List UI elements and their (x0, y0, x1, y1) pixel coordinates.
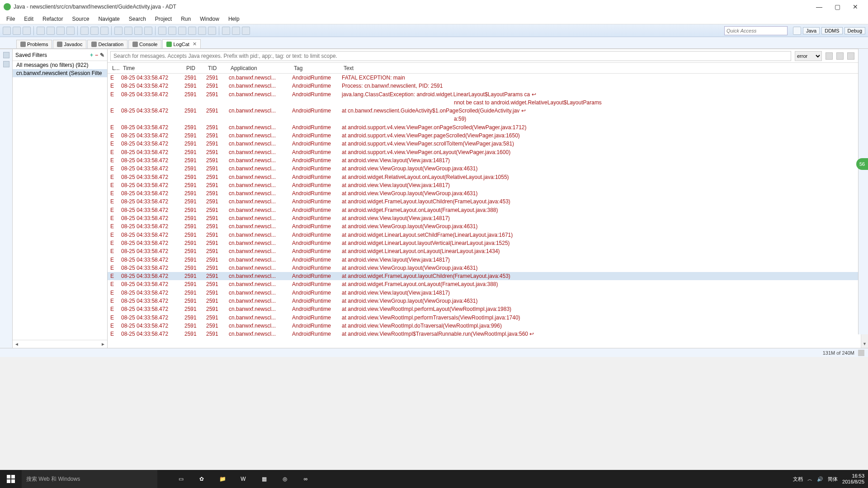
col-level[interactable]: L... (110, 65, 121, 71)
log-row[interactable]: E08-25 04:33:58.47225912591cn.banwxf.new… (108, 164, 868, 173)
taskbar-app-icon[interactable]: ▦ (254, 470, 274, 488)
tab-logcat[interactable]: LogCat✕ (162, 39, 200, 48)
log-row[interactable]: nnot be cast to android.widget.RelativeL… (108, 99, 868, 107)
open-perspective-button[interactable] (793, 27, 801, 35)
toolbar-button[interactable] (114, 27, 123, 35)
close-button[interactable]: ✕ (846, 3, 864, 10)
tab-problems[interactable]: Problems (16, 40, 52, 48)
log-row[interactable]: E08-25 04:33:58.47225912591cn.banwxf.new… (108, 305, 868, 313)
col-pid[interactable]: PID (184, 65, 206, 71)
filter-item[interactable]: cn.banwxf.newsclient (Session Filte (13, 69, 107, 77)
toolbar-button[interactable] (124, 27, 132, 35)
taskbar-app-icon[interactable]: ∞ (296, 470, 316, 488)
eclipse-icon[interactable]: ◎ (275, 470, 295, 488)
toolbar-button[interactable] (37, 27, 45, 35)
minimize-button[interactable]: — (810, 3, 828, 10)
gutter-button[interactable] (3, 61, 9, 67)
log-row[interactable]: E08-25 04:33:58.47225912591cn.banwxf.new… (108, 214, 868, 222)
perspective-ddms[interactable]: DDMS (821, 27, 842, 34)
saved-filters-scrollbar[interactable]: ◄► (13, 340, 107, 348)
toolbar-button[interactable] (100, 27, 108, 35)
start-button[interactable] (0, 470, 22, 488)
logcat-search-input[interactable] (110, 51, 791, 61)
toolbar-button[interactable] (222, 27, 230, 35)
log-row[interactable]: E08-25 04:33:58.47225912591cn.banwxf.new… (108, 90, 868, 99)
gutter-button[interactable] (3, 52, 9, 58)
taskbar-search[interactable]: 搜索 Web 和 Windows (22, 470, 157, 488)
perspective-java[interactable]: Java (803, 27, 820, 34)
log-row[interactable]: E08-25 04:33:58.47225912591cn.banwxf.new… (108, 82, 868, 90)
log-row[interactable]: E08-25 04:33:58.47225912591cn.banwxf.new… (108, 239, 868, 247)
log-row[interactable]: E08-25 04:33:58.47225912591cn.banwxf.new… (108, 189, 868, 197)
log-row[interactable]: E08-25 04:33:58.47225912591cn.banwxf.new… (108, 297, 868, 305)
tab-declaration[interactable]: Declaration (87, 40, 127, 48)
file-explorer-icon[interactable]: 📁 (212, 470, 232, 488)
menu-run[interactable]: Run (176, 16, 195, 22)
menu-source[interactable]: Source (67, 16, 94, 22)
menu-edit[interactable]: Edit (19, 16, 38, 22)
log-row[interactable]: E08-25 04:33:58.47225912591cn.banwxf.new… (108, 330, 868, 338)
log-row[interactable]: E08-25 04:33:58.47225912591cn.banwxf.new… (108, 123, 868, 131)
toolbar-button[interactable] (3, 27, 11, 35)
log-row[interactable]: E08-25 04:33:58.47225912591cn.banwxf.new… (108, 74, 868, 82)
tray-ime[interactable]: 简体 (828, 476, 838, 483)
log-row[interactable]: E08-25 04:33:58.47225912591cn.banwxf.new… (108, 322, 868, 330)
tab-console[interactable]: Console (128, 40, 161, 48)
log-row[interactable]: E08-25 04:33:58.47225912591cn.banwxf.new… (108, 289, 868, 297)
menu-refactor[interactable]: Refactor (38, 16, 67, 22)
log-row[interactable]: E08-25 04:33:58.47225912591cn.banwxf.new… (108, 107, 868, 115)
log-row[interactable]: E08-25 04:33:58.47225912591cn.banwxf.new… (108, 206, 868, 214)
log-row[interactable]: E08-25 04:33:58.47225912591cn.banwxf.new… (108, 181, 868, 189)
toolbar-button[interactable] (47, 27, 55, 35)
close-icon[interactable]: ✕ (193, 41, 197, 47)
tray-network-icon[interactable]: 🔊 (817, 476, 823, 482)
menu-navigate[interactable]: Navigate (94, 16, 124, 22)
menu-file[interactable]: File (2, 16, 19, 22)
log-row[interactable]: E08-25 04:33:58.47225912591cn.banwxf.new… (108, 272, 868, 280)
toolbar-button[interactable] (242, 27, 250, 35)
toolbar-button[interactable] (158, 27, 166, 35)
tray-clock[interactable]: 16:53 2016/8/25 (842, 473, 864, 485)
toolbar-button[interactable] (80, 27, 89, 35)
quick-access-input[interactable] (724, 26, 788, 35)
toolbar-button[interactable] (168, 27, 176, 35)
clear-log-button[interactable] (836, 52, 844, 60)
toolbar-button[interactable] (198, 27, 206, 35)
word-icon[interactable]: W (233, 470, 253, 488)
perspective-debug[interactable]: Debug (844, 27, 865, 34)
menu-window[interactable]: Window (195, 16, 224, 22)
toolbar-button[interactable] (144, 27, 152, 35)
float-badge[interactable]: 56 (856, 158, 868, 170)
export-log-button[interactable] (847, 52, 854, 60)
toolbar-button[interactable] (23, 27, 31, 35)
col-tag[interactable]: Tag (292, 65, 342, 71)
log-row[interactable]: E08-25 04:33:58.47225912591cn.banwxf.new… (108, 197, 868, 206)
toolbar-button[interactable] (232, 27, 240, 35)
scroll-down-icon[interactable]: ▼ (861, 342, 868, 348)
log-row[interactable]: E08-25 04:33:58.47225912591cn.banwxf.new… (108, 156, 868, 164)
log-row[interactable]: E08-25 04:33:58.47225912591cn.banwxf.new… (108, 140, 868, 148)
col-time[interactable]: Time (121, 65, 184, 71)
save-log-button[interactable] (826, 52, 833, 60)
remove-filter-button[interactable]: − (95, 52, 98, 58)
log-row[interactable]: E08-25 04:33:58.47225912591cn.banwxf.new… (108, 280, 868, 288)
filter-item[interactable]: All messages (no filters) (922) (13, 61, 107, 69)
task-view-icon[interactable]: ▭ (171, 470, 191, 488)
log-row[interactable]: E08-25 04:33:58.47225912591cn.banwxf.new… (108, 148, 868, 156)
toolbar-button[interactable] (178, 27, 186, 35)
log-row[interactable]: E08-25 04:33:58.47225912591cn.banwxf.new… (108, 222, 868, 230)
menu-project[interactable]: Project (151, 16, 176, 22)
toolbar-button[interactable] (208, 27, 216, 35)
log-row[interactable]: E08-25 04:33:58.47225912591cn.banwxf.new… (108, 173, 868, 181)
log-level-select[interactable]: error (795, 51, 822, 61)
tray-doc[interactable]: 文档 (793, 476, 803, 483)
log-row[interactable]: E08-25 04:33:58.47225912591cn.banwxf.new… (108, 247, 868, 255)
add-filter-button[interactable]: + (90, 52, 93, 58)
toolbar-button[interactable] (188, 27, 196, 35)
tray-chevron-icon[interactable]: ︿ (807, 476, 812, 483)
gc-button[interactable] (858, 350, 864, 356)
toolbar-button[interactable] (66, 27, 75, 35)
log-row[interactable]: E08-25 04:33:58.47225912591cn.banwxf.new… (108, 231, 868, 239)
log-row[interactable]: E08-25 04:33:58.47225912591cn.banwxf.new… (108, 131, 868, 140)
col-text[interactable]: Text (342, 65, 868, 71)
